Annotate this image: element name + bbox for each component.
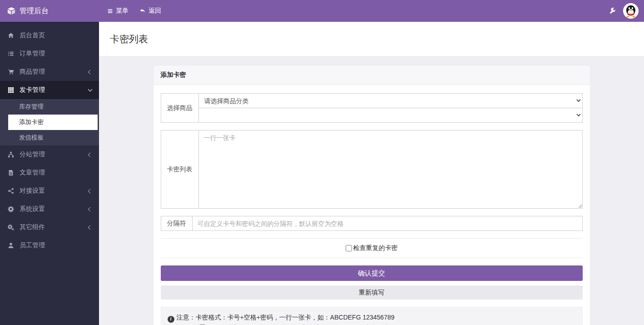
product-select-row: 选择商品 请选择商品分类 bbox=[161, 93, 583, 123]
sidebar-item-label: 分站管理 bbox=[20, 150, 45, 159]
topbar-right bbox=[609, 3, 644, 19]
card-list-field bbox=[198, 130, 583, 209]
cogs-icon bbox=[7, 224, 15, 230]
product-selects: 请选择商品分类 bbox=[198, 93, 583, 123]
page-title: 卡密列表 bbox=[99, 22, 644, 57]
sidebar-item-orders[interactable]: 订单管理 bbox=[0, 45, 99, 63]
menu-bars-icon bbox=[107, 8, 113, 14]
sidebar-item-articles[interactable]: 文章管理 bbox=[0, 164, 99, 182]
sidebar-item-integration[interactable]: 对接设置 bbox=[0, 182, 99, 200]
brand[interactable]: 管理后台 bbox=[0, 0, 99, 22]
product-select[interactable] bbox=[198, 108, 583, 123]
separator-line bbox=[161, 258, 583, 258]
user-icon bbox=[7, 242, 15, 249]
chevron-left-icon bbox=[89, 190, 92, 193]
check-duplicates-row: 检查重复的卡密 bbox=[161, 239, 583, 258]
info-icon: i bbox=[168, 316, 174, 323]
separator-row: 分隔符 bbox=[161, 216, 583, 231]
sidebar-item-substation[interactable]: 分站管理 bbox=[0, 145, 99, 164]
document-icon bbox=[7, 170, 15, 176]
sidebar-item-dashboard[interactable]: 后台首页 bbox=[0, 26, 99, 45]
sidebar-item-label: 订单管理 bbox=[20, 50, 45, 58]
content: 添加卡密 选择商品 请选择商品分类 bbox=[99, 57, 644, 325]
sidebar-item-label: 商品管理 bbox=[20, 68, 45, 76]
sidebar-item-card-management[interactable]: 发卡管理 bbox=[0, 81, 99, 99]
chevron-left-icon bbox=[89, 153, 92, 156]
sidebar-subitem-add-card[interactable]: 添加卡密 bbox=[8, 115, 98, 130]
sidebar-item-label: 发卡管理 bbox=[20, 86, 45, 94]
product-label: 选择商品 bbox=[161, 93, 198, 123]
sidebar-item-staff[interactable]: 员工管理 bbox=[0, 236, 99, 255]
sidebar-subitem-label: 库存管理 bbox=[19, 103, 44, 111]
avatar[interactable] bbox=[623, 3, 639, 19]
submit-button[interactable]: 确认提交 bbox=[161, 265, 583, 281]
brand-box-icon bbox=[7, 7, 15, 15]
check-duplicates-checkbox[interactable] bbox=[346, 245, 352, 251]
sidebar-item-products[interactable]: 商品管理 bbox=[0, 63, 99, 81]
sidebar-item-system-settings[interactable]: 系统设置 bbox=[0, 200, 99, 218]
reset-button[interactable]: 重新填写 bbox=[161, 285, 583, 300]
card-list-label: 卡密列表 bbox=[161, 130, 198, 209]
list-icon bbox=[7, 50, 15, 57]
check-duplicates-label: 检查重复的卡密 bbox=[353, 244, 398, 252]
grid-icon bbox=[7, 87, 15, 93]
card-management-submenu: 库存管理 添加卡密 发信模板 bbox=[0, 99, 99, 145]
chevron-left-icon bbox=[89, 226, 92, 229]
card-list-row: 卡密列表 bbox=[161, 130, 583, 209]
sidebar-subitem-mail-template[interactable]: 发信模板 bbox=[0, 130, 99, 145]
chevron-down-icon bbox=[89, 89, 92, 91]
note-line-1: 注意：卡密格式：卡号+空格+密码，一行一张卡，如：ABCDEFG 1234567… bbox=[177, 314, 395, 321]
panel-body: 选择商品 请选择商品分类 卡密列表 bbox=[154, 85, 590, 325]
back-arrow-icon bbox=[139, 8, 146, 14]
wrench-icon[interactable] bbox=[609, 8, 616, 15]
panel-title: 添加卡密 bbox=[154, 65, 590, 85]
main: 卡密列表 添加卡密 选择商品 请选择商品分类 bbox=[99, 22, 644, 325]
sidebar-item-other-components[interactable]: 其它组件 bbox=[0, 218, 99, 236]
sitemap-icon bbox=[7, 151, 15, 158]
back-button[interactable]: 返回 bbox=[139, 7, 161, 15]
home-icon bbox=[7, 32, 15, 39]
chevron-left-icon bbox=[89, 208, 92, 211]
menu-toggle[interactable]: 菜单 bbox=[107, 7, 129, 15]
separator-input[interactable] bbox=[192, 216, 583, 231]
layout: 后台首页 订单管理 商品管理 发卡管理 库存管理 bbox=[0, 0, 644, 325]
back-label: 返回 bbox=[149, 7, 161, 15]
brand-title: 管理后台 bbox=[20, 6, 49, 16]
sidebar-item-label: 系统设置 bbox=[20, 205, 45, 213]
cart-icon bbox=[7, 69, 15, 75]
share-icon bbox=[7, 188, 15, 194]
card-list-textarea[interactable] bbox=[198, 130, 583, 209]
product-category-select[interactable]: 请选择商品分类 bbox=[198, 93, 583, 108]
sidebar-subitem-inventory[interactable]: 库存管理 bbox=[0, 99, 99, 115]
chevron-left-icon bbox=[89, 70, 92, 74]
sidebar-item-label: 文章管理 bbox=[20, 169, 45, 177]
sidebar-item-label: 其它组件 bbox=[20, 223, 45, 231]
gear-icon bbox=[7, 206, 15, 212]
sidebar-subitem-label: 发信模板 bbox=[19, 134, 44, 142]
menu-label: 菜单 bbox=[116, 7, 129, 15]
sidebar: 后台首页 订单管理 商品管理 发卡管理 库存管理 bbox=[0, 22, 99, 325]
sidebar-subitem-label: 添加卡密 bbox=[19, 118, 44, 126]
sidebar-item-label: 员工管理 bbox=[20, 241, 45, 250]
topbar: 管理后台 菜单 返回 bbox=[0, 0, 644, 22]
sidebar-item-label: 对接设置 bbox=[20, 187, 45, 195]
sidebar-item-label: 后台首页 bbox=[20, 31, 45, 40]
top-menu: 菜单 返回 bbox=[99, 7, 161, 15]
note-line-2: 只有商品设置里面购买成功后的动作选择自动发卡，该商品才会显示在当前列表 bbox=[168, 323, 576, 325]
add-card-panel: 添加卡密 选择商品 请选择商品分类 bbox=[153, 65, 590, 325]
note-box: i注意：卡密格式：卡号+空格+密码，一行一张卡，如：ABCDEFG 123456… bbox=[161, 307, 583, 325]
separator-label: 分隔符 bbox=[161, 216, 192, 231]
